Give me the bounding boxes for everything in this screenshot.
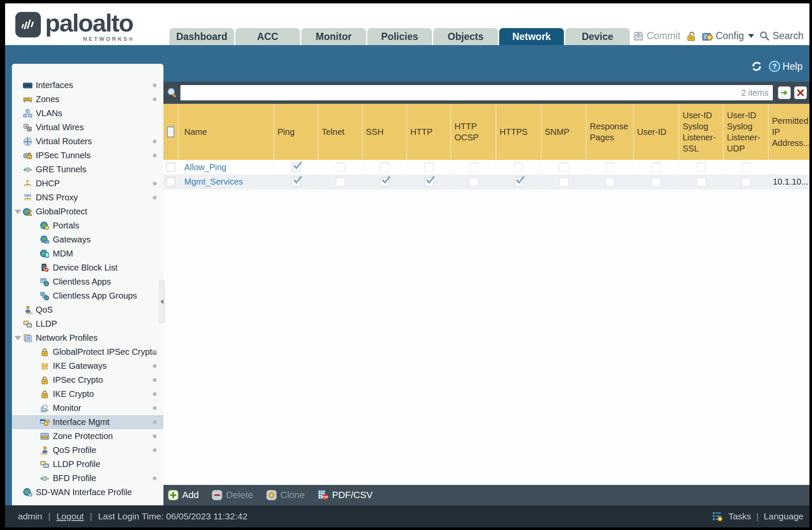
apply-filter-button[interactable] [778, 86, 791, 99]
tab-acc[interactable]: ACC [235, 28, 300, 45]
sidebar-item-clientless-apps[interactable]: Clientless Apps [12, 275, 163, 289]
sidebar-item-interface-mgmt[interactable]: Interface Mgmt [12, 415, 163, 429]
tab-monitor[interactable]: Monitor [301, 28, 366, 45]
profile-name-link[interactable]: Allow_Ping [184, 162, 226, 172]
sidebar-item-zone-protection[interactable]: Zone Protection [12, 429, 163, 443]
column-header-telnet[interactable]: Telnet [318, 104, 363, 160]
checkbox-http-ocsp-unchecked[interactable] [469, 162, 478, 172]
checkbox-snmp-unchecked[interactable] [559, 162, 569, 172]
sidebar-item-portals[interactable]: Portals [12, 219, 163, 233]
logout-link[interactable]: Logout [57, 511, 84, 521]
checkbox-telnet-unchecked[interactable] [336, 162, 345, 172]
expander-down-icon[interactable] [14, 336, 21, 340]
column-header-permitted-ip[interactable]: Permitted IP Address... [769, 104, 809, 160]
sidebar-item-qos-profile[interactable]: QoSQoS Profile [12, 443, 163, 457]
column-header-snmp[interactable]: SNMP [541, 104, 586, 160]
pdf-csv-button[interactable]: PDF PDF/CSV [317, 490, 372, 501]
language-button[interactable]: Language [764, 511, 803, 521]
clone-button[interactable]: Clone [266, 490, 305, 501]
main-panel: 2 items NamePingTelnetSSHHTTPHTTP OCSPHT… [163, 82, 809, 505]
checkbox-uid-syslog-ssl-unchecked[interactable] [697, 177, 706, 186]
sidebar-item-zones[interactable]: Zones [12, 92, 163, 106]
sidebar-item-globalprotect[interactable]: GlobalProtect [12, 205, 163, 219]
checkbox-http-ocsp-unchecked[interactable] [469, 177, 478, 186]
global-search-button[interactable]: Search [759, 30, 803, 42]
sidebar-item-qos[interactable]: QoSQoS [12, 303, 163, 317]
tab-objects[interactable]: Objects [433, 28, 498, 45]
checkbox-http-checked[interactable] [424, 177, 434, 186]
checkbox-user-id-unchecked[interactable] [652, 177, 661, 186]
column-header-uid-syslog-ssl[interactable]: User-ID Syslog Listener-SSL [679, 104, 723, 160]
header-utilities: Commit Config Search [633, 30, 803, 42]
add-button[interactable]: Add [168, 490, 199, 501]
checkbox-snmp-unchecked[interactable] [559, 177, 569, 186]
column-header-http-ocsp[interactable]: HTTP OCSP [451, 104, 496, 160]
column-header-name[interactable]: Name [178, 104, 274, 160]
svg-text:DNS: DNS [24, 194, 31, 197]
delete-button[interactable]: Delete [212, 490, 253, 501]
config-icon [702, 30, 713, 42]
sidebar-item-clientless-app-groups[interactable]: Clientless App Groups [12, 289, 163, 303]
sidebar-item-lldp[interactable]: LLDP [12, 317, 163, 331]
tab-device[interactable]: Device [565, 28, 630, 45]
sidebar-item-gateways[interactable]: Gateways [12, 233, 163, 247]
sidebar-item-ike-gateways[interactable]: IKE Gateways [12, 359, 163, 373]
refresh-icon[interactable] [751, 60, 763, 72]
sidebar-item-interfaces[interactable]: Interfaces [12, 78, 163, 92]
sidebar-item-globalprotect-ipsec-crypto[interactable]: GlobalProtect IPSec Crypto [12, 345, 163, 359]
checkbox-uid-syslog-udp-unchecked[interactable] [741, 162, 751, 172]
sidebar-item-bfd-profile[interactable]: BFD Profile [12, 471, 163, 485]
sidebar-item-ipsec-tunnels[interactable]: IPSec Tunnels [12, 148, 163, 162]
sidebar-item-device-block-list[interactable]: Device Block List [12, 261, 163, 275]
clear-filter-button[interactable] [794, 86, 807, 99]
help-button[interactable]: ? Help [769, 60, 803, 72]
row-select-checkbox[interactable] [166, 162, 175, 172]
column-header-ping[interactable]: Ping [274, 104, 318, 160]
checkbox-ping-checked[interactable] [292, 177, 301, 186]
checkbox-https-unchecked[interactable] [514, 162, 523, 172]
column-header-response-pages[interactable]: Response Pages [586, 104, 634, 160]
checkbox-uid-syslog-udp-unchecked[interactable] [741, 177, 751, 186]
sidebar-item-vlans[interactable]: VLANs [12, 106, 163, 120]
checkbox-ping-checked[interactable] [292, 162, 301, 172]
checkbox-response-pages-unchecked[interactable] [605, 162, 615, 172]
commit-button[interactable]: Commit [633, 30, 680, 42]
checkbox-ssh-unchecked[interactable] [380, 162, 389, 172]
sidebar-item-virtual-wires[interactable]: Virtual Wires [12, 120, 163, 134]
sidebar-item-virtual-routers[interactable]: Virtual Routers [12, 134, 163, 148]
config-menu-button[interactable]: Config [702, 30, 754, 42]
profile-name-link[interactable]: Mgmt_Services [184, 177, 243, 187]
select-all-checkbox[interactable] [167, 126, 174, 137]
tab-dashboard[interactable]: Dashboard [169, 28, 234, 45]
sidebar-item-mdm[interactable]: MDM [12, 247, 163, 261]
column-header-uid-syslog-udp[interactable]: User-ID Syslog Listener-UDP [723, 104, 769, 160]
column-header-http[interactable]: HTTP [407, 104, 451, 160]
sidebar-item-ike-crypto[interactable]: IKE Crypto [12, 387, 163, 401]
tab-network[interactable]: Network [499, 28, 564, 45]
column-header-ssh[interactable]: SSH [363, 104, 407, 160]
sidebar-item-ipsec-crypto[interactable]: IPSec Crypto [12, 373, 163, 387]
checkbox-user-id-unchecked[interactable] [652, 162, 661, 172]
checkbox-https-checked[interactable] [514, 177, 523, 186]
sidebar-item-gre-tunnels[interactable]: GRE Tunnels [12, 162, 163, 177]
sidebar-item-network-profiles[interactable]: Network Profiles [12, 331, 163, 345]
sidebar-collapse-handle[interactable] [159, 280, 165, 323]
sidebar-item-monitor[interactable]: Monitor [12, 401, 163, 415]
sidebar-item-dns-proxy[interactable]: DNSDNS Proxy [12, 191, 163, 205]
sidebar-item-dhcp[interactable]: IPDHCP [12, 177, 163, 191]
sidebar-item-sd-wan-interface-profile[interactable]: SD-WAN Interface Profile [12, 485, 163, 499]
checkbox-uid-syslog-ssl-unchecked[interactable] [697, 162, 706, 172]
column-header-user-id[interactable]: User-ID [634, 104, 679, 160]
checkbox-http-unchecked[interactable] [424, 162, 434, 172]
tasks-button[interactable]: Tasks [728, 511, 751, 521]
checkbox-response-pages-unchecked[interactable] [605, 177, 615, 186]
checkbox-telnet-unchecked[interactable] [336, 177, 345, 186]
tab-policies[interactable]: Policies [367, 28, 432, 45]
filter-input[interactable]: 2 items [180, 85, 773, 100]
checkbox-ssh-checked[interactable] [380, 177, 389, 186]
expander-down-icon[interactable] [14, 210, 21, 214]
row-select-checkbox[interactable] [166, 177, 175, 186]
sidebar-item-lldp-profile[interactable]: LLDP Profile [12, 457, 163, 471]
column-header-https[interactable]: HTTPS [496, 104, 541, 160]
lock-unlocked-icon[interactable] [686, 31, 697, 42]
